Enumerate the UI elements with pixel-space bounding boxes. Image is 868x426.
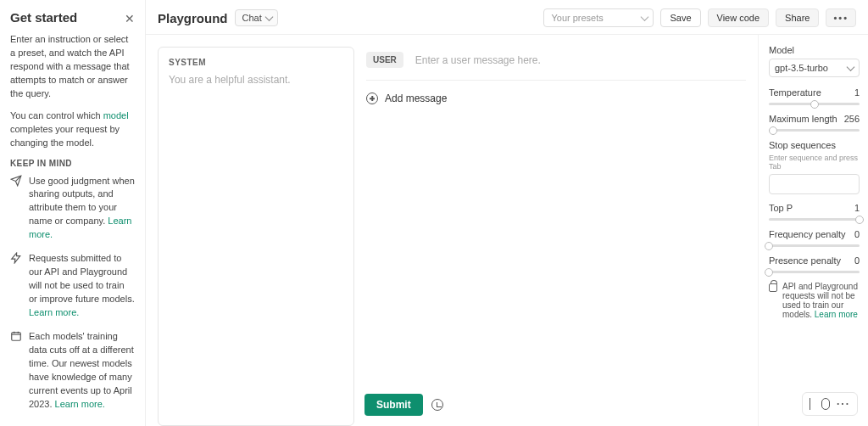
maxlen-value: 256 — [844, 114, 860, 124]
temperature-value: 1 — [854, 87, 860, 98]
add-message-button[interactable]: Add message — [366, 81, 746, 116]
sidebar-control-text: You can control which model completes yo… — [10, 109, 135, 150]
topp-label: Top P — [769, 203, 793, 213]
model-select[interactable]: gpt-3.5-turbo — [769, 59, 860, 77]
sidebar-title: Get started — [10, 10, 135, 25]
learn-more-link[interactable]: Learn more. — [29, 307, 79, 317]
topbar: Playground Chat Your presets Save View c… — [146, 0, 868, 35]
pres-label: Presence penalty — [769, 255, 841, 266]
tip-item: Requests submitted to our API and Playgr… — [10, 252, 135, 320]
model-label: Model — [769, 45, 860, 55]
lock-icon — [769, 283, 777, 292]
plus-icon — [366, 92, 378, 104]
main-area: Playground Chat Your presets Save View c… — [146, 0, 868, 426]
stop-label: Stop sequences — [769, 140, 860, 150]
tip-item: Each models' training data cuts off at a… — [10, 330, 135, 412]
pres-slider[interactable] — [769, 271, 860, 273]
more-icon[interactable]: ••• — [826, 8, 856, 27]
submit-button[interactable]: Submit — [364, 394, 423, 416]
chat-column: USER Enter a user message here. Add mess… — [366, 47, 746, 426]
freq-slider[interactable] — [769, 244, 860, 247]
mode-select[interactable]: Chat — [235, 9, 278, 26]
system-placeholder: You are a helpful assistant. — [169, 74, 343, 86]
freq-value: 0 — [854, 229, 860, 239]
pres-value: 0 — [854, 255, 860, 266]
maxlen-slider[interactable] — [769, 129, 860, 132]
system-panel[interactable]: SYSTEM You are a helpful assistant. — [158, 47, 354, 426]
stop-input[interactable] — [769, 174, 860, 194]
params-panel: Model gpt-3.5-turbo Temperature1 Maximum… — [758, 35, 868, 426]
params-note: API and Playground requests will not be … — [769, 282, 860, 319]
topp-value: 1 — [854, 203, 860, 213]
floating-toolbar: ··· — [802, 392, 858, 416]
learn-more-link[interactable]: Learn more. — [55, 399, 105, 409]
sidebar-intro: Enter an instruction or select a preset,… — [10, 33, 135, 101]
presets-select[interactable]: Your presets — [543, 8, 654, 27]
freq-label: Frequency penalty — [769, 229, 846, 239]
share-button[interactable]: Share — [776, 8, 819, 27]
onboarding-sidebar: Get started ✕ Enter an instruction or se… — [0, 0, 146, 426]
flash-icon — [10, 252, 22, 320]
stop-hint: Enter sequence and press Tab — [769, 154, 860, 171]
role-chip[interactable]: USER — [366, 52, 403, 68]
svg-rect-0 — [12, 333, 21, 340]
page-title: Playground — [158, 11, 228, 25]
mic-icon[interactable] — [821, 398, 830, 410]
model-link[interactable]: model — [103, 110, 129, 121]
message-row[interactable]: USER Enter a user message here. — [366, 47, 746, 81]
keep-in-mind-heading: KEEP IN MIND — [10, 159, 135, 168]
close-icon[interactable]: ✕ — [125, 12, 135, 25]
save-button[interactable]: Save — [660, 8, 700, 27]
temperature-label: Temperature — [769, 87, 821, 98]
view-code-button[interactable]: View code — [708, 8, 770, 27]
more-icon[interactable]: ··· — [837, 398, 850, 410]
history-icon[interactable] — [431, 399, 443, 411]
learn-more-link[interactable]: Learn more — [815, 310, 858, 319]
user-message-placeholder: Enter a user message here. — [415, 54, 541, 66]
temperature-slider[interactable] — [769, 103, 860, 105]
topp-slider[interactable] — [769, 218, 860, 221]
calendar-icon — [10, 330, 22, 412]
send-icon — [10, 175, 22, 243]
tip-item: Use good judgment when sharing outputs, … — [10, 175, 135, 243]
system-label: SYSTEM — [169, 58, 343, 67]
maxlen-label: Maximum length — [769, 114, 837, 124]
divider-icon — [810, 398, 815, 410]
